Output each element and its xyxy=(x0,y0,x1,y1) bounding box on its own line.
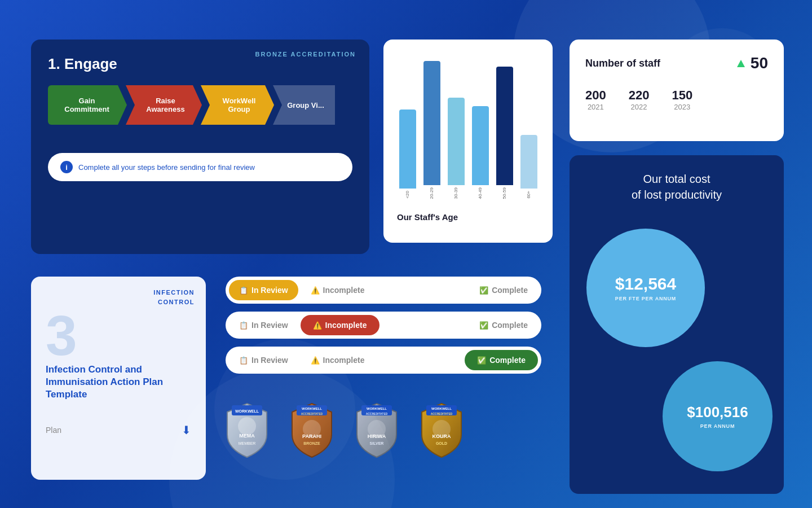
incomplete-btn-2[interactable]: ⚠️ Incomplete xyxy=(301,315,379,335)
bubble-fte: $12,564 PER FTE PER ANNUM xyxy=(586,229,705,347)
badge-koura: WORKWELL ACCREDITATED KOURA GOLD xyxy=(414,401,468,460)
year-2022-label: 2022 xyxy=(629,103,650,111)
infection-control-card: INFECTION CONTROL 3 Infection Control an… xyxy=(31,277,206,480)
in-review-btn-2[interactable]: 📋 In Review xyxy=(229,315,298,335)
incomplete-btn-1[interactable]: ⚠️ Incomplete xyxy=(301,280,375,300)
staff-year-2021: 200 2021 xyxy=(585,88,606,111)
bubble-fte-sub: PER FTE PER ANNUM xyxy=(610,296,682,301)
year-2022-value: 220 xyxy=(629,88,650,103)
bubble-annual: $100,516 PER ANNUM xyxy=(663,361,773,471)
badge-hiriwa: WORKWELL ACCREDITATED HIRIWA SILVER xyxy=(350,401,403,460)
bronze-label: BRONZE ACCREDITATION xyxy=(255,51,356,58)
svg-text:HIRIWA: HIRIWA xyxy=(367,433,386,439)
step-group-vi[interactable]: Group Vi... xyxy=(273,85,335,125)
notice-box: i Complete all your steps before sending… xyxy=(48,153,352,181)
complete-btn-3[interactable]: ✅ Complete xyxy=(465,350,538,370)
engage-card: BRONZE ACCREDITATION 1. Engage GainCommi… xyxy=(31,40,369,254)
in-review-btn-1[interactable]: 📋 In Review xyxy=(229,280,298,300)
svg-rect-5 xyxy=(297,405,327,415)
year-2023-value: 150 xyxy=(672,88,692,103)
bubble-annual-amount: $100,516 xyxy=(687,404,748,421)
badges-section: WORKWELL MEMA MEMBER WORKWELL ACCREDITAT… xyxy=(220,401,468,460)
plan-label: Plan xyxy=(46,426,61,435)
svg-point-8 xyxy=(303,420,321,438)
up-arrow-icon xyxy=(737,60,745,67)
bar-30-39: 30-39 xyxy=(445,98,466,199)
bar-lt20: <20 xyxy=(397,110,418,199)
badge-parahi: WORKWELL ACCREDITATED PARAHI BRONZE xyxy=(285,401,338,460)
bar-60plus: 60+ xyxy=(518,135,539,199)
status-rows-section: 📋 In Review ⚠️ Incomplete ✅ Complete 📋 I… xyxy=(226,277,541,374)
svg-text:PARAHI: PARAHI xyxy=(302,433,321,439)
year-2023-label: 2023 xyxy=(672,103,692,111)
chart-title: Our Staff's Age xyxy=(392,212,544,222)
complete-btn-2[interactable]: ✅ Complete xyxy=(469,315,538,335)
infection-number: 3 xyxy=(46,307,191,364)
svg-text:BRONZE: BRONZE xyxy=(303,441,320,445)
info-icon: i xyxy=(60,161,73,173)
staff-count-title: Number of staff xyxy=(585,58,660,69)
steps-row: GainCommitment RaiseAwareness WorkWellGr… xyxy=(48,85,352,125)
svg-point-14 xyxy=(368,420,386,438)
bar-50-59: 50-59 xyxy=(494,67,515,199)
svg-text:ACCREDITATED: ACCREDITATED xyxy=(430,412,452,415)
productivity-card: Our total cost of lost productivity $12,… xyxy=(570,155,784,494)
svg-text:WORKWELL: WORKWELL xyxy=(367,407,387,410)
badge-mema: WORKWELL MEMA MEMBER xyxy=(220,401,273,460)
svg-rect-0 xyxy=(232,405,262,415)
svg-text:ACCREDITATED: ACCREDITATED xyxy=(365,412,387,415)
notice-text: Complete all your steps before sending f… xyxy=(78,163,255,172)
svg-point-2 xyxy=(238,417,256,435)
status-row-1: 📋 In Review ⚠️ Incomplete ✅ Complete xyxy=(226,277,541,304)
svg-text:WORKWELL: WORKWELL xyxy=(235,409,259,413)
productivity-title: Our total cost of lost productivity xyxy=(583,171,770,203)
staff-current-number: 50 xyxy=(751,54,768,72)
svg-text:KOURA: KOURA xyxy=(432,433,451,439)
year-2021-label: 2021 xyxy=(585,103,606,111)
svg-text:MEMA: MEMA xyxy=(239,433,255,439)
staff-count-card: Number of staff 50 200 2021 220 2022 150… xyxy=(570,40,784,141)
bar-20-29: 20-29 xyxy=(421,61,442,199)
bar-40-49: 40-49 xyxy=(470,106,491,199)
step-workwell-group[interactable]: WorkWellGroup xyxy=(201,85,274,125)
download-icon[interactable]: ⬇ xyxy=(182,423,191,437)
step-raise-awareness[interactable]: RaiseAwareness xyxy=(126,85,202,125)
svg-text:WORKWELL: WORKWELL xyxy=(302,407,322,410)
infection-label: INFECTION CONTROL xyxy=(153,288,195,306)
infection-title: Infection Control and Immunisation Actio… xyxy=(46,364,191,401)
svg-text:GOLD: GOLD xyxy=(435,441,447,445)
engage-title: 1. Engage xyxy=(48,55,352,73)
status-row-2: 📋 In Review ⚠️ Incomplete ✅ Complete xyxy=(226,312,541,339)
svg-text:ACCREDITATED: ACCREDITATED xyxy=(301,412,323,415)
bubble-annual-sub: PER ANNUM xyxy=(700,423,735,429)
incomplete-btn-3[interactable]: ⚠️ Incomplete xyxy=(301,350,375,370)
in-review-btn-3[interactable]: 📋 In Review xyxy=(229,350,298,370)
svg-text:SILVER: SILVER xyxy=(369,441,383,445)
status-row-3: 📋 In Review ⚠️ Incomplete ✅ Complete xyxy=(226,347,541,374)
svg-text:WORKWELL: WORKWELL xyxy=(431,407,452,410)
staff-age-card: <20 20-29 30-39 40-49 50-59 60+ xyxy=(383,40,553,243)
complete-btn-1[interactable]: ✅ Complete xyxy=(469,280,538,300)
staff-year-2023: 150 2023 xyxy=(672,88,692,111)
svg-text:MEMBER: MEMBER xyxy=(238,441,255,445)
bubble-fte-amount: $12,564 xyxy=(615,274,676,294)
year-2021-value: 200 xyxy=(585,88,606,103)
staff-year-2022: 220 2022 xyxy=(629,88,650,111)
step-gain-commitment[interactable]: GainCommitment xyxy=(48,85,127,125)
